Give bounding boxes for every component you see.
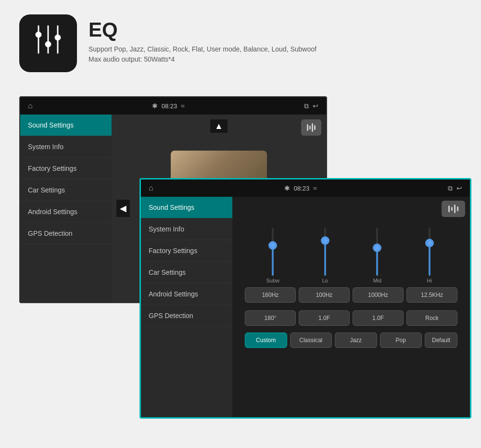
slider-knob-mid[interactable] <box>373 243 381 252</box>
svg-point-0 <box>36 32 41 38</box>
home-icon[interactable]: ⌂ <box>28 102 33 110</box>
slider-mid: Mid <box>363 228 392 283</box>
back-sidebar-item-sound[interactable]: Sound Settings <box>20 115 112 136</box>
param-buttons-row: 180° 1.0F 1.0F Rock <box>237 307 465 330</box>
freq-buttons-row: 160Hz 100Hz 1000Hz 12.5KHz <box>237 283 465 307</box>
svg-point-6 <box>55 35 61 40</box>
back-sidebar-item-android[interactable]: Android Settings <box>20 201 112 223</box>
back-status-right: ⧉ ↩ <box>304 102 318 110</box>
param-btn-mode[interactable]: Rock <box>406 310 457 326</box>
eq-icon <box>29 24 67 63</box>
slider-subw: Subw <box>258 228 287 283</box>
eq-bar-2 <box>309 126 311 129</box>
preset-btn-custom[interactable]: Custom <box>245 333 287 348</box>
header-section: EQ Support Pop, Jazz, Classic, Rock, Fla… <box>0 0 481 82</box>
slider-knob-lo[interactable] <box>321 236 329 245</box>
front-bluetooth-icon: ✱ <box>284 184 290 192</box>
back-status-bar: ⌂ ✱ 08:23 ≈ ⧉ ↩ <box>20 97 326 115</box>
front-eq-bar-4 <box>457 206 458 211</box>
freq-btn-160hz[interactable]: 160Hz <box>245 287 296 303</box>
back-status-left: ⌂ <box>28 102 33 110</box>
slider-hi: Hi <box>415 228 444 283</box>
front-screen-content: Sound Settings System Info Factory Setti… <box>141 197 470 417</box>
front-home-icon[interactable]: ⌂ <box>149 184 153 192</box>
front-status-bar: ⌂ ✱ 08:23 ≈ ⧉ ↩ <box>141 179 470 197</box>
eq-button-back[interactable] <box>301 119 321 136</box>
slider-track-subw[interactable] <box>272 228 274 276</box>
preset-btn-classical[interactable]: Classical <box>290 333 332 348</box>
freq-btn-100hz[interactable]: 100Hz <box>299 287 350 303</box>
front-status-right: ⧉ ↩ <box>448 184 462 192</box>
eq-icon-box <box>19 14 77 72</box>
slider-knob-subw[interactable] <box>268 241 277 250</box>
back-sidebar-item-car[interactable]: Car Settings <box>20 179 112 201</box>
app-description-line2: Max audio output: 50Watts*4 <box>89 54 316 64</box>
front-signal-icon: ≈ <box>313 184 317 192</box>
back-sidebar-item-factory[interactable]: Factory Settings <box>20 158 112 179</box>
slider-track-mid[interactable] <box>376 228 378 276</box>
nav-up-button[interactable]: ▲ <box>210 119 228 133</box>
front-sidebar-item-sound[interactable]: Sound Settings <box>141 197 232 218</box>
slider-track-lo[interactable] <box>324 228 326 276</box>
back-sidebar: Sound Settings System Info Factory Setti… <box>20 115 112 302</box>
front-eq-bar-1 <box>448 205 450 212</box>
nav-left-button[interactable]: ◀ <box>116 200 130 217</box>
slider-track-hi[interactable] <box>429 228 430 276</box>
eq-bar-4 <box>314 125 316 130</box>
param-btn-phase[interactable]: 180° <box>245 310 296 326</box>
eq-icon-button[interactable] <box>442 201 465 217</box>
app-description-line1: Support Pop, Jazz, Classic, Rock, Flat, … <box>89 44 316 54</box>
front-sidebar-item-android[interactable]: Android Settings <box>141 283 232 305</box>
svg-point-3 <box>45 41 51 47</box>
preset-btn-pop[interactable]: Pop <box>380 333 422 348</box>
back-nav-icon[interactable]: ↩ <box>313 102 318 110</box>
front-status-center: ✱ 08:23 ≈ <box>284 184 317 192</box>
window-icon[interactable]: ⧉ <box>304 102 309 110</box>
front-status-left: ⌂ <box>149 184 153 192</box>
back-status-center: ✱ 08:23 ≈ <box>152 102 185 110</box>
slider-label-lo: Lo <box>322 278 328 283</box>
back-sidebar-item-gps[interactable]: GPS Detection <box>20 223 112 244</box>
preset-row: Custom Classical Jazz Pop Default <box>237 330 465 351</box>
freq-btn-125khz[interactable]: 12.5KHz <box>406 287 457 303</box>
eq-area: Subw Lo Mid <box>232 197 470 417</box>
front-time: 08:23 <box>294 185 310 192</box>
back-sidebar-item-system[interactable]: System Info <box>20 136 112 158</box>
front-sidebar-item-system[interactable]: System Info <box>141 218 232 240</box>
front-sidebar: Sound Settings System Info Factory Setti… <box>141 197 232 417</box>
front-sidebar-item-factory[interactable]: Factory Settings <box>141 240 232 262</box>
front-screen: ⌂ ✱ 08:23 ≈ ⧉ ↩ Sound Settings System In… <box>139 178 471 419</box>
sliders-container: Subw Lo Mid <box>237 216 465 283</box>
slider-knob-hi[interactable] <box>425 239 434 247</box>
front-eq-bar-3 <box>454 205 456 213</box>
slider-lo: Lo <box>311 228 340 283</box>
app-title: EQ <box>89 18 316 41</box>
eq-bar-1 <box>307 124 308 131</box>
preset-btn-jazz[interactable]: Jazz <box>335 333 377 348</box>
front-sidebar-item-car[interactable]: Car Settings <box>141 262 232 283</box>
slider-label-hi: Hi <box>427 278 432 283</box>
param-btn-q1[interactable]: 1.0F <box>299 310 350 326</box>
default-button[interactable]: Default <box>425 333 457 348</box>
eq-bar-3 <box>312 123 313 132</box>
front-window-icon[interactable]: ⧉ <box>448 184 453 192</box>
freq-btn-1000hz[interactable]: 1000Hz <box>353 287 404 303</box>
param-btn-q2[interactable]: 1.0F <box>353 310 404 326</box>
signal-icon: ≈ <box>181 102 185 110</box>
slider-label-subw: Subw <box>266 278 279 283</box>
front-back-nav-icon[interactable]: ↩ <box>456 184 462 192</box>
slider-label-mid: Mid <box>373 278 381 283</box>
front-sidebar-item-gps[interactable]: GPS Detection <box>141 305 232 327</box>
front-eq-bar-2 <box>451 207 453 211</box>
bluetooth-icon: ✱ <box>152 102 158 110</box>
back-time: 08:23 <box>162 102 177 110</box>
header-text: EQ Support Pop, Jazz, Classic, Rock, Fla… <box>89 14 316 64</box>
